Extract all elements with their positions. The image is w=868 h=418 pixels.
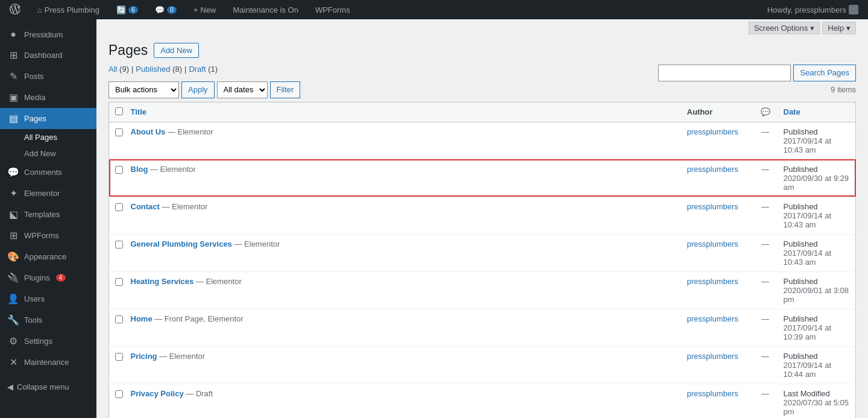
sidebar-item-templates[interactable]: ⬕ Templates [0,204,96,225]
wpforms-label: WPForms [315,5,350,14]
row-title-link[interactable]: Home [131,314,153,323]
maintenance-item[interactable]: Maintenance is On [230,0,302,19]
table-row: Pricing — Elementorpressplumbers—Publish… [109,346,856,384]
sidebar-item-wpforms[interactable]: ⊞ WPForms [0,225,96,246]
author-link[interactable]: pressplumbers [687,127,738,136]
row-title-link[interactable]: Privacy Policy [131,389,184,398]
sidebar-item-comments[interactable]: 💬 Comments [0,162,96,183]
date-value: 2020/09/30 at 9:29 am [784,174,849,192]
row-title-link[interactable]: About Us [131,127,166,136]
header-author-col: Author [681,102,753,122]
site-name-item[interactable]: ⌂ Press Plumbing [34,0,103,19]
collapse-label: Collapse menu [17,382,69,391]
filter-all-link[interactable]: All [108,65,117,74]
sidebar-item-plugins[interactable]: 🔌 Plugins 4 [0,267,96,288]
header-date-col[interactable]: Date [778,102,856,122]
maintenance-label: Maintenance is On [233,5,298,14]
page-wrap: Pages Add New Search Pages All (9) | Pu [108,37,856,418]
row-title-link[interactable]: Heating Services [131,277,194,286]
new-content-item[interactable]: + New [190,0,220,19]
sidebar-item-users[interactable]: 👤 Users [0,288,96,309]
help-button[interactable]: Help ▾ [822,22,856,34]
row-checkbox[interactable] [115,278,123,286]
sidebar-item-settings[interactable]: ⚙ Settings [0,331,96,352]
comments-value: — [761,389,769,398]
sidebar-item-pages[interactable]: ▤ Pages [0,108,96,129]
date-filter-select[interactable]: All dates [217,81,268,98]
row-checkbox[interactable] [115,390,123,398]
row-checkbox[interactable] [115,128,123,136]
filter-all-count: (9) [119,65,129,74]
filter-search-row: Search Pages All (9) | Published (8) | D [108,65,856,81]
howdy-text: Howdy, pressplumbers [767,5,846,14]
pages-icon: ▤ [7,113,19,124]
date-value: 2017/09/14 at 10:43 am [784,211,832,229]
row-title-link[interactable]: General Plumbing Services [131,239,232,249]
sidebar-item-media[interactable]: ▣ Media [0,87,96,108]
row-checkbox[interactable] [115,241,123,249]
updates-item[interactable]: 🔄 6 [113,0,142,19]
sidebar-item-elementor[interactable]: ✦ Elementor [0,183,96,204]
author-link[interactable]: pressplumbers [687,239,738,249]
date-value: 2017/09/14 at 10:43 am [784,249,832,267]
filter-published-link[interactable]: Published [136,65,170,74]
filter-draft[interactable]: Draft (1) [189,65,218,74]
sidebar-item-posts[interactable]: ✎ Posts [0,66,96,87]
row-checkbox[interactable] [115,315,123,323]
author-link[interactable]: pressplumbers [687,352,738,361]
screen-options-button[interactable]: Screen Options ▾ [749,22,820,34]
author-link[interactable]: pressplumbers [687,389,738,398]
admin-bar: ⌂ Press Plumbing 🔄 6 💬 0 + New Maintenan… [0,0,868,19]
author-link[interactable]: pressplumbers [687,314,738,323]
row-title-link[interactable]: Pricing [131,352,157,361]
tablenav-top: Bulk actions Move to Trash Apply All dat… [108,81,856,98]
row-checkbox[interactable] [115,166,123,174]
table-row: Heating Services — Elementorpressplumber… [109,271,856,309]
row-title-link[interactable]: Contact [131,202,160,211]
filter-draft-count: (1) [208,65,218,74]
table-row: Contact — Elementorpressplumbers—Publish… [109,197,856,234]
filter-sep-1: | [131,65,133,74]
main-content: Screen Options ▾ Help ▾ Pages Add New Se… [96,19,868,418]
comments-item[interactable]: 💬 0 [151,0,180,19]
row-checkbox[interactable] [115,353,123,361]
collapse-menu-button[interactable]: ◀ Collapse menu [0,378,96,396]
comments-icon: 💬 [155,5,165,14]
row-title-link[interactable]: Blog [131,165,148,174]
row-checkbox[interactable] [115,203,123,211]
templates-label: Templates [24,210,60,219]
sidebar-item-pressidium[interactable]: ● Pressidium [0,24,96,45]
plus-icon: + [193,5,198,14]
comments-menu-label: Comments [24,168,62,177]
filter-draft-link[interactable]: Draft [189,65,206,74]
tools-icon: 🔧 [7,314,19,326]
header-title-col[interactable]: Title [125,102,681,122]
row-subtitle: — Elementor [148,165,195,174]
search-pages-button[interactable]: Search Pages [793,65,856,81]
filter-all[interactable]: All (9) [108,65,129,74]
row-subtitle: — Elementor [193,277,241,286]
sidebar-item-maintenance[interactable]: ✕ Maintenance [0,352,96,373]
add-new-button[interactable]: Add New [154,43,199,58]
wpforms-item[interactable]: WPForms [312,0,354,19]
filter-button[interactable]: Filter [270,81,301,98]
author-link[interactable]: pressplumbers [687,165,738,174]
search-pages-input[interactable] [658,65,791,81]
filter-published[interactable]: Published (8) [136,65,182,74]
select-all-checkbox[interactable] [115,107,123,115]
tools-label: Tools [24,315,42,325]
sidebar-sub-add-new[interactable]: Add New [0,145,96,162]
sidebar-item-tools[interactable]: 🔧 Tools [0,309,96,331]
comments-value: — [761,239,769,249]
author-link[interactable]: pressplumbers [687,277,738,286]
sidebar-item-dashboard[interactable]: ⊞ Dashboard [0,45,96,66]
howdy-item[interactable]: Howdy, pressplumbers [764,0,862,19]
apply-button[interactable]: Apply [181,81,215,98]
sidebar-item-appearance[interactable]: 🎨 Appearance [0,246,96,267]
bulk-actions-select[interactable]: Bulk actions Move to Trash [108,81,179,98]
appearance-label: Appearance [24,252,66,261]
posts-icon: ✎ [7,71,19,82]
wp-logo-item[interactable] [6,0,24,19]
sidebar-sub-all-pages[interactable]: All Pages [0,129,96,145]
author-link[interactable]: pressplumbers [687,202,738,211]
